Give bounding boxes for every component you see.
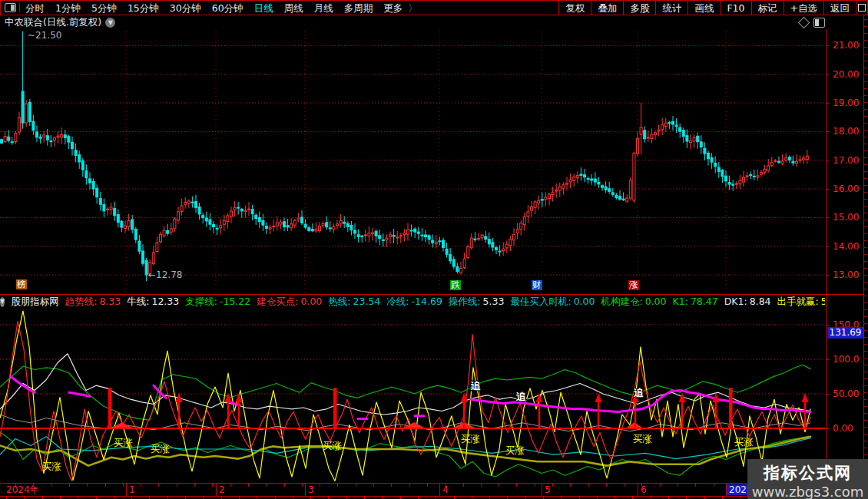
layout-split-button[interactable] — [1, 3, 20, 12]
site-watermark: 指标公式网 www.zbgs3.com — [747, 459, 868, 499]
indicator-field-10: DK1:8.84 — [724, 296, 771, 309]
scroll-tick — [864, 323, 866, 324]
period-item-0[interactable]: 分时 — [20, 2, 50, 14]
tool-button-1[interactable]: 叠加 — [591, 1, 623, 15]
trading-app-window: 分时1分钟5分钟15分钟30分钟60分钟日线周线月线多周期更多 〉 复权叠加多股… — [0, 0, 868, 499]
minor-tick — [660, 484, 661, 487]
chevron-down-icon[interactable]: ▼ — [105, 18, 115, 28]
tool-button-4[interactable]: 画线 — [687, 1, 720, 15]
scroll-tick — [864, 19, 866, 20]
period-item-8[interactable]: 月线 — [309, 2, 339, 14]
field-label: 支撑线: — [185, 296, 217, 309]
mini-square-icon — [858, 4, 866, 12]
minor-tick — [499, 484, 499, 487]
indicator-axis-label: 0.00 — [833, 423, 853, 434]
time-axis-label: 2024年 — [6, 484, 39, 495]
time-axis-label: 3 — [308, 484, 314, 495]
indicator-field-5: 冷线:-14.69 — [386, 296, 442, 309]
indicator-field-7: 最佳买入时机:0.00 — [510, 296, 595, 309]
minor-tick — [606, 484, 607, 487]
minor-tick — [427, 484, 428, 487]
svg-text:追: 追 — [470, 380, 481, 392]
month-separator — [216, 484, 217, 496]
marker-flag: 榜 — [16, 279, 27, 289]
minor-tick — [230, 484, 231, 487]
marker-flag: 涨 — [628, 280, 639, 290]
period-item-2[interactable]: 5分钟 — [86, 2, 122, 14]
indicator-field-4: 热线:23.54 — [328, 296, 380, 309]
minor-tick — [356, 484, 356, 487]
tool-button-2[interactable]: 多股 — [623, 1, 655, 15]
indicator-axis-label: 50.00 — [833, 388, 859, 399]
scroll-tick — [864, 233, 866, 234]
field-value: 5.33 — [483, 296, 505, 309]
scroll-tick — [864, 150, 866, 151]
price-axis-label: 13.00 — [833, 269, 859, 280]
corner-icon-button[interactable] — [856, 1, 867, 15]
scroll-tick — [864, 309, 866, 310]
watermark-url: www.zbgs3.com — [747, 484, 868, 499]
indicator-chevron-icon[interactable]: ▼ — [0, 297, 5, 307]
tool-button-7[interactable]: +自选 — [784, 1, 823, 15]
field-label: 操作线: — [449, 296, 481, 309]
window-split-icon[interactable] — [813, 18, 825, 28]
price-axis-label: 21.00 — [833, 40, 859, 51]
time-axis: 2024年1234562025 — [0, 483, 863, 497]
field-label: 最佳买入时机: — [510, 296, 571, 309]
tool-button-3[interactable]: 统计 — [655, 1, 687, 15]
marker-flag: 跌 — [450, 280, 461, 290]
minor-tick — [123, 484, 124, 487]
tool-button-8[interactable]: 返回 — [823, 1, 856, 15]
tool-button-0[interactable]: 复权 — [558, 1, 591, 15]
period-item-5[interactable]: 60分钟 — [207, 2, 249, 14]
field-value: -14.69 — [412, 296, 442, 309]
field-label: DK1: — [724, 296, 747, 309]
period-item-1[interactable]: 1分钟 — [50, 2, 86, 14]
minor-tick — [266, 484, 267, 487]
scroll-tick — [864, 109, 866, 110]
scroll-tick — [864, 413, 866, 414]
period-item-4[interactable]: 30分钟 — [164, 2, 207, 14]
scroll-tick — [864, 296, 866, 296]
field-value: 78.47 — [691, 296, 718, 309]
low-annotation: ←12.78 — [148, 269, 182, 280]
price-axis-label: 18.00 — [833, 126, 859, 137]
scroll-tick — [864, 206, 866, 207]
right-scroll-strip[interactable] — [863, 15, 868, 499]
period-item-9[interactable]: 多周期 — [339, 2, 379, 14]
scroll-tick — [864, 157, 866, 158]
scroll-tick — [864, 247, 866, 248]
field-value: 0.00 — [645, 296, 667, 309]
scroll-tick — [864, 226, 866, 227]
svg-text:追: 追 — [633, 387, 644, 398]
price-axis-label: 15.00 — [833, 212, 859, 223]
chart-title: 中农联合(日线.前复权) — [5, 16, 101, 29]
high-annotation: ~21.50 — [28, 30, 61, 41]
scroll-tick — [864, 448, 866, 448]
indicator-source: 股朋指标网 — [11, 296, 59, 309]
minor-tick — [51, 484, 52, 487]
indicator-field-8: 机构建仓:0.00 — [601, 296, 666, 309]
scroll-tick — [864, 261, 866, 262]
indicator-field-2: 支撑线:-15.22 — [185, 296, 250, 309]
indicator-field-9: K1:78.47 — [673, 296, 718, 309]
top-menu-bar: 分时1分钟5分钟15分钟30分钟60分钟日线周线月线多周期更多 〉 复权叠加多股… — [0, 0, 868, 15]
period-item-7[interactable]: 周线 — [279, 2, 309, 14]
period-menu: 分时1分钟5分钟15分钟30分钟60分钟日线周线月线多周期更多 〉 — [1, 1, 423, 15]
scroll-tick — [864, 399, 866, 400]
tool-button-6[interactable]: 标记 — [751, 1, 784, 15]
time-axis-label: 5 — [545, 484, 551, 495]
indicator-field-1: 牛线:12.33 — [127, 296, 179, 309]
indicator-current-value: 131.69 — [827, 327, 863, 339]
scroll-tick — [864, 365, 866, 365]
tool-button-5[interactable]: F10 — [720, 1, 750, 15]
period-item-10[interactable]: 更多 — [378, 2, 408, 14]
svg-text:买涨: 买涨 — [114, 437, 133, 448]
month-separator — [439, 484, 440, 496]
svg-text:买涨: 买涨 — [461, 433, 480, 444]
scroll-tick — [864, 240, 866, 241]
period-item-6[interactable]: 日线 — [249, 2, 279, 14]
svg-text:买涨: 买涨 — [734, 436, 754, 448]
tool-menu: 复权叠加多股统计画线F10标记+自选返回 — [558, 1, 867, 15]
period-item-3[interactable]: 15分钟 — [122, 2, 164, 14]
